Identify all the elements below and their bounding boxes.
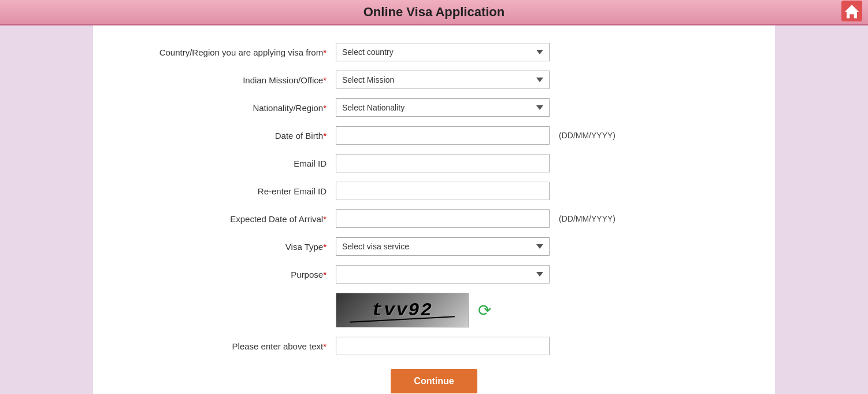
- captcha-image: tvv92: [336, 293, 469, 327]
- captcha-input-control: [336, 337, 550, 355]
- home-icon-container[interactable]: [841, 1, 862, 24]
- reenter-email-input[interactable]: [336, 182, 550, 200]
- continue-button[interactable]: Continue: [391, 369, 477, 393]
- mission-row: Indian Mission/Office* Select Mission: [116, 71, 752, 89]
- captcha-input-label: Please enter above text*: [116, 341, 336, 351]
- arrival-row: Expected Date of Arrival* (DD/MM/YYYY): [116, 209, 752, 228]
- nationality-row: Nationality/Region* Select Nationality: [116, 98, 752, 117]
- email-control: [336, 154, 550, 172]
- country-required: *: [323, 47, 327, 57]
- nationality-control: Select Nationality: [336, 98, 550, 117]
- arrival-input[interactable]: [336, 209, 550, 228]
- nationality-select[interactable]: Select Nationality: [336, 98, 550, 117]
- captcha-input[interactable]: [336, 337, 550, 355]
- continue-row: Continue: [116, 369, 752, 393]
- purpose-control: [336, 265, 550, 283]
- home-icon[interactable]: [841, 1, 862, 21]
- dob-input[interactable]: [336, 126, 550, 145]
- reenter-email-row: Re-enter Email ID: [116, 182, 752, 200]
- email-row: Email ID: [116, 154, 752, 172]
- visa-type-select[interactable]: Select visa service: [336, 237, 550, 256]
- captcha-refresh-icon[interactable]: ⟳: [478, 301, 491, 320]
- country-row: Country/Region you are applying visa fro…: [116, 43, 752, 61]
- mission-required: *: [323, 75, 327, 85]
- captcha-input-row: Please enter above text*: [116, 337, 752, 355]
- mission-control: Select Mission: [336, 71, 550, 89]
- arrival-control: [336, 209, 550, 228]
- country-label: Country/Region you are applying visa fro…: [116, 47, 336, 57]
- arrival-suffix: (DD/MM/YYYY): [559, 214, 615, 223]
- visa-type-row: Visa Type* Select visa service: [116, 237, 752, 256]
- dob-required: *: [323, 131, 327, 141]
- dob-label: Date of Birth*: [116, 131, 336, 141]
- arrival-label: Expected Date of Arrival*: [116, 214, 336, 224]
- nationality-required: *: [323, 103, 327, 113]
- purpose-row: Purpose*: [116, 265, 752, 283]
- email-label: Email ID: [116, 159, 336, 168]
- purpose-label: Purpose*: [116, 270, 336, 279]
- dob-control: [336, 126, 550, 145]
- dob-row: Date of Birth* (DD/MM/YYYY): [116, 126, 752, 145]
- country-control: Select country: [336, 43, 550, 61]
- reenter-email-control: [336, 182, 550, 200]
- visa-type-required: *: [323, 242, 327, 252]
- captcha-image-row: tvv92 ⟳: [336, 293, 752, 327]
- country-select[interactable]: Select country: [336, 43, 550, 61]
- mission-label: Indian Mission/Office*: [116, 75, 336, 85]
- reenter-email-label: Re-enter Email ID: [116, 186, 336, 196]
- arrival-required: *: [323, 214, 327, 224]
- email-input[interactable]: [336, 154, 550, 172]
- purpose-required: *: [323, 270, 327, 279]
- captcha-text: tvv92: [372, 300, 433, 321]
- main-content: Country/Region you are applying visa fro…: [93, 25, 775, 394]
- page-title: Online Visa Application: [0, 5, 868, 20]
- purpose-select[interactable]: [336, 265, 550, 283]
- visa-type-control: Select visa service: [336, 237, 550, 256]
- visa-type-label: Visa Type*: [116, 242, 336, 252]
- nationality-label: Nationality/Region*: [116, 103, 336, 113]
- mission-select[interactable]: Select Mission: [336, 71, 550, 89]
- page-header: Online Visa Application: [0, 0, 868, 25]
- dob-suffix: (DD/MM/YYYY): [559, 131, 615, 140]
- captcha-required: *: [323, 341, 327, 351]
